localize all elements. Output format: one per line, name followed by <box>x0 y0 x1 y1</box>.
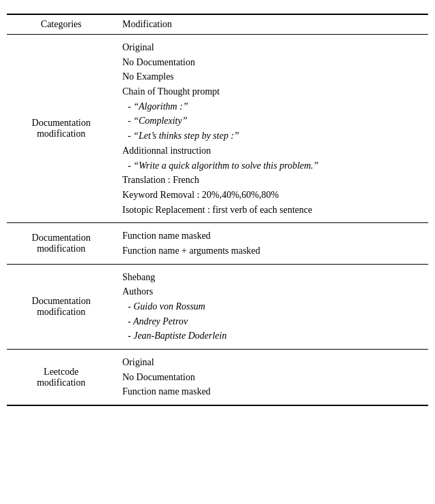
main-table: Categories Modification Documentationmod… <box>7 14 428 406</box>
category-cell: Documentationmodification <box>7 223 116 264</box>
modification-line: - “Let’s thinks step by step :” <box>122 129 421 144</box>
modification-line: No Documentation <box>122 55 421 70</box>
table-header-row: Categories Modification <box>7 14 428 35</box>
category-label: Leetcode <box>14 367 109 377</box>
category-label: Documentation <box>14 233 109 243</box>
modification-line: Original <box>122 355 421 370</box>
category-cell: Leetcodemodification <box>7 350 116 406</box>
modification-line: Chain of Thought prompt <box>122 84 421 99</box>
modification-line: Function name + arguments masked <box>122 243 421 258</box>
modification-line: - Andrey Petrov <box>122 314 421 329</box>
modification-line: - Guido von Rossum <box>122 299 421 314</box>
table-row: DocumentationmodificationFunction name m… <box>7 223 428 264</box>
modification-line: - Jean-Baptiste Doderlein <box>122 329 421 343</box>
header-modification: Modification <box>116 14 428 35</box>
modification-line: Authors <box>122 284 421 299</box>
modification-line: - “Algorithm :” <box>122 99 421 114</box>
modification-cell: Function name maskedFunction name + argu… <box>116 223 428 264</box>
table-row: LeetcodemodificationOriginalNo Documenta… <box>7 350 428 406</box>
modification-line: Translation : French <box>122 173 421 188</box>
category-label: modification <box>14 129 109 139</box>
modification-line: No Documentation <box>122 370 421 385</box>
category-cell: Documentationmodification <box>7 264 116 349</box>
table-row: DocumentationmodificationShebangAuthors-… <box>7 264 428 349</box>
modification-line: Function name masked <box>122 229 421 243</box>
modification-line: No Examples <box>122 69 421 84</box>
category-label: Documentation <box>14 118 109 129</box>
modification-line: Additionnal instruction <box>122 144 421 158</box>
modification-line: Original <box>122 40 421 55</box>
modification-cell: OriginalNo DocumentationNo ExamplesChain… <box>116 35 428 223</box>
header-categories: Categories <box>7 14 116 35</box>
modification-line: Isotopic Replacement : first verb of eac… <box>122 203 421 218</box>
modification-cell: ShebangAuthors- Guido von Rossum- Andrey… <box>116 264 428 349</box>
modification-cell: OriginalNo DocumentationFunction name ma… <box>116 350 428 406</box>
modification-line: - “Complexity” <box>122 114 421 129</box>
category-label: Documentation <box>14 296 109 307</box>
modification-line: Function name masked <box>122 384 421 399</box>
category-label: modification <box>14 377 109 388</box>
category-label: modification <box>14 307 109 318</box>
modification-line: - “Write a quick algorithm to solve this… <box>122 158 421 173</box>
modification-line: Shebang <box>122 270 421 285</box>
category-label: modification <box>14 243 109 254</box>
table-row: DocumentationmodificationOriginalNo Docu… <box>7 35 428 223</box>
category-cell: Documentationmodification <box>7 35 116 223</box>
modification-line: Keyword Removal : 20%,40%,60%,80% <box>122 188 421 203</box>
